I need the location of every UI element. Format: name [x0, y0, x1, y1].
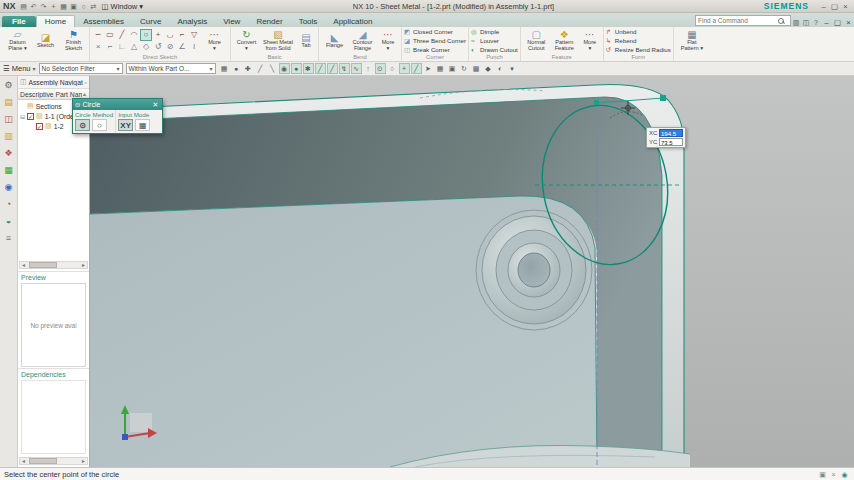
- menu-button[interactable]: ☰ Menu ▾: [3, 64, 36, 73]
- find-command-input[interactable]: [698, 17, 778, 24]
- tab-view[interactable]: View: [215, 16, 248, 27]
- redo-icon[interactable]: ↷: [39, 3, 49, 11]
- rebend-button[interactable]: ↳ Rebend: [606, 36, 671, 45]
- mid-point-icon[interactable]: ✱: [303, 63, 314, 74]
- alert-panel-icon[interactable]: ▣: [817, 471, 828, 479]
- bend-more-button[interactable]: ⋯ More ▾: [377, 29, 399, 52]
- arc-center-icon[interactable]: ↯: [339, 63, 350, 74]
- sync-status-icon[interactable]: ◉: [839, 471, 850, 479]
- tab-assemblies[interactable]: Assemblies: [75, 16, 132, 27]
- contour-flange-button[interactable]: ◢ Contour Flange: [349, 29, 376, 52]
- web-browser-icon[interactable]: ◉: [1, 180, 16, 193]
- circle-center-diameter-icon[interactable]: ⊙: [75, 119, 90, 131]
- scroll-left-icon[interactable]: ◄: [20, 458, 27, 464]
- copy-icon[interactable]: ▦: [59, 3, 69, 11]
- dynamic-coordinate-input[interactable]: XC 194.5 YC 73.5: [646, 127, 686, 148]
- scroll-right-icon[interactable]: ►: [80, 458, 87, 464]
- existing-point-icon[interactable]: ↑: [363, 63, 374, 74]
- offset-curve-icon[interactable]: △: [128, 41, 140, 53]
- snap-line-icon[interactable]: ╱: [255, 63, 266, 74]
- three-bend-corner-button[interactable]: ◪ Three Bend Corner: [404, 36, 466, 45]
- quick-trim-icon[interactable]: ×: [92, 41, 104, 53]
- circle-dialog[interactable]: ⊙ Circle ✕ Circle Method ⊙○ Input Mode X…: [72, 98, 163, 134]
- clear-alert-icon[interactable]: ×: [828, 471, 839, 478]
- angle-dimension-icon[interactable]: ∠: [176, 41, 188, 53]
- xc-input[interactable]: 194.5: [659, 129, 683, 137]
- point-on-surface-icon[interactable]: ○: [387, 63, 398, 74]
- enable-snap-icon[interactable]: ◉: [279, 63, 290, 74]
- drawn-cutout-button[interactable]: ◐ Drawn Cutout: [471, 45, 518, 54]
- expander-icon[interactable]: ⊟: [20, 113, 25, 120]
- select-circle-icon[interactable]: ○: [79, 3, 89, 10]
- constraints-icon[interactable]: ≀: [188, 41, 200, 53]
- highlight-icon[interactable]: ●: [231, 63, 242, 74]
- tab-tools[interactable]: Tools: [291, 16, 326, 27]
- window-menu-button[interactable]: ◫ Window ▾: [102, 2, 144, 11]
- yc-input[interactable]: 73.5: [659, 138, 683, 146]
- workplane-icon[interactable]: ▣: [447, 63, 458, 74]
- tab-file[interactable]: File: [2, 16, 36, 27]
- end-point-icon[interactable]: ●: [291, 63, 302, 74]
- checkbox-1-1[interactable]: ✓: [27, 113, 34, 120]
- two-curve-icon[interactable]: +: [399, 63, 410, 74]
- flange-button[interactable]: ◣ Flange: [321, 32, 348, 49]
- break-corner-button[interactable]: ◫ Break Corner: [404, 45, 466, 54]
- selection-scope-dropdown[interactable]: Within Work Part O... ▾: [126, 63, 216, 74]
- unbend-button[interactable]: ↱ Unbend: [606, 27, 671, 36]
- feature-more-button[interactable]: ⋯ More ▾: [579, 29, 601, 52]
- grid-snap-icon[interactable]: ▦: [435, 63, 446, 74]
- command-finder-icon[interactable]: ▥: [791, 19, 801, 27]
- line-icon[interactable]: ╱: [116, 29, 128, 41]
- circle-icon[interactable]: ○: [140, 29, 152, 41]
- tab-render[interactable]: Render: [248, 16, 290, 27]
- tab-feature-button[interactable]: ▤ Tab: [296, 32, 316, 49]
- touch-mode-icon[interactable]: ◫: [801, 19, 811, 27]
- dialog-close-icon[interactable]: ✕: [151, 101, 160, 109]
- tangent-point-icon[interactable]: ╱: [411, 63, 422, 74]
- add-icon[interactable]: +: [49, 3, 59, 10]
- minimize-icon[interactable]: –: [818, 2, 829, 11]
- close-icon[interactable]: ×: [840, 2, 851, 11]
- select-all-icon[interactable]: ▦: [219, 63, 230, 74]
- restore-window-icon[interactable]: ▢: [832, 18, 843, 27]
- navigator-hscrollbar[interactable]: ◄ ►: [19, 261, 88, 269]
- graphics-window[interactable]: [90, 76, 854, 467]
- tab-application[interactable]: Application: [325, 16, 380, 27]
- xy-coordinate-mode-button[interactable]: XY: [118, 119, 133, 131]
- tab-curve[interactable]: Curve: [132, 16, 169, 27]
- minimize-window-icon[interactable]: –: [821, 18, 832, 27]
- close-window-icon[interactable]: ×: [843, 18, 854, 27]
- help-icon[interactable]: ?: [811, 19, 821, 26]
- circle-dialog-titlebar[interactable]: ⊙ Circle ✕: [73, 99, 162, 110]
- intersection-point-icon[interactable]: ╱: [327, 63, 338, 74]
- fillet-icon[interactable]: ◡: [164, 29, 176, 41]
- direct-sketch-more-button[interactable]: ⋯ More ▾: [201, 29, 228, 52]
- pattern-curve-icon[interactable]: ◇: [140, 41, 152, 53]
- sketch-button[interactable]: ◪ Sketch: [32, 32, 59, 49]
- datum-plane-button[interactable]: ▱ Datum Plane ▾: [4, 29, 31, 52]
- convert-button[interactable]: ↻ Convert ▾: [233, 29, 260, 52]
- scroll-thumb[interactable]: [29, 458, 57, 464]
- control-point-icon[interactable]: ╱: [315, 63, 326, 74]
- rectangle-icon[interactable]: ▭: [104, 29, 116, 41]
- quadrant-point-icon[interactable]: ∿: [351, 63, 362, 74]
- refresh-icon[interactable]: ↻: [459, 63, 470, 74]
- constraint-navigator-icon[interactable]: ◫: [1, 112, 16, 125]
- scroll-right-icon[interactable]: ►: [80, 262, 87, 268]
- arc-icon[interactable]: ◠: [128, 29, 140, 41]
- pattern-feature-button[interactable]: ❖ Pattern Feature: [551, 29, 578, 52]
- finish-sketch-button[interactable]: ⚑ Finish Sketch: [60, 29, 87, 52]
- resize-bend-radius-button[interactable]: ↺ Resize Bend Radius: [606, 45, 671, 54]
- scroll-left-icon[interactable]: ◄: [20, 262, 27, 268]
- shaded-view-icon[interactable]: ▩: [471, 63, 482, 74]
- more-options-icon[interactable]: ▾: [507, 63, 518, 74]
- top-selection-icon[interactable]: ✚: [243, 63, 254, 74]
- reuse-library-icon[interactable]: ❖: [1, 146, 16, 159]
- orient-view-icon[interactable]: ◐: [495, 63, 506, 74]
- polygon-icon[interactable]: ▽: [188, 29, 200, 41]
- louver-button[interactable]: ≈ Louver: [471, 36, 518, 45]
- pointer-icon[interactable]: ➤: [423, 63, 434, 74]
- quick-extend-icon[interactable]: ⌐: [104, 41, 116, 53]
- tab-home[interactable]: Home: [36, 15, 75, 27]
- history-icon[interactable]: ◔: [1, 197, 16, 210]
